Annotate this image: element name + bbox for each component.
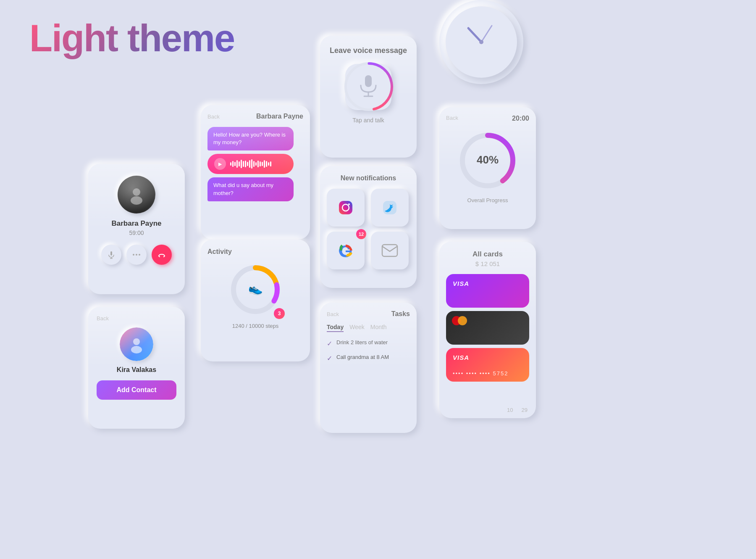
progress-header: Back 20:00	[446, 115, 529, 122]
visa-label-1: VISA	[453, 280, 469, 287]
svg-rect-21	[339, 201, 352, 214]
svg-point-28	[479, 40, 483, 44]
voice-title: Leave voice message	[330, 46, 407, 55]
task-check-2[interactable]: ✓	[327, 354, 332, 362]
chat-audio-message[interactable]: ▶	[207, 154, 294, 174]
tasks-card: Back Tasks Today Week Month ✓ Drink 2 li…	[320, 303, 417, 433]
tasks-title: Tasks	[391, 310, 410, 318]
svg-point-0	[133, 188, 140, 196]
audio-waveform	[230, 159, 287, 169]
voice-tap-talk: Tap and talk	[352, 117, 384, 124]
svg-text:40%: 40%	[477, 153, 499, 166]
progress-ring: 40%	[456, 129, 519, 192]
play-button[interactable]: ▶	[214, 158, 226, 170]
chat-header: Back Barbara Payne	[207, 113, 303, 120]
clock-face	[446, 6, 517, 78]
chat-contact-name: Barbara Payne	[256, 113, 303, 120]
svg-line-8	[159, 256, 160, 257]
svg-line-9	[164, 256, 165, 257]
credit-card-mastercard[interactable]	[446, 311, 529, 345]
all-cards-amount: $ 12 051	[446, 260, 529, 267]
visa-label-2: VISA	[453, 354, 469, 361]
voice-mic-container[interactable]	[345, 64, 391, 110]
svg-line-27	[481, 26, 492, 42]
all-cards-card: All cards $ 12 051 VISA VISA •••• •••• •…	[439, 242, 536, 418]
task-item-1: ✓ Drink 2 liters of water	[327, 339, 410, 348]
progress-card: Back 20:00 40% Overall Progress	[439, 107, 536, 229]
notification-twitter[interactable]	[371, 189, 409, 227]
contact-name: Kira Valakas	[117, 366, 156, 374]
contact-avatar-image	[120, 327, 153, 361]
tasks-back[interactable]: Back	[327, 311, 339, 317]
call-time: 59:00	[129, 229, 144, 236]
axis-value-1: 10	[507, 407, 513, 413]
tasks-header: Back Tasks	[327, 310, 410, 318]
svg-point-7	[139, 254, 140, 256]
chat-card: Back Barbara Payne Hello! How are you? W…	[201, 105, 310, 240]
progress-label: Overall Progress	[467, 197, 508, 203]
svg-rect-2	[110, 251, 112, 256]
call-card: Barbara Payne 59:00	[88, 164, 185, 294]
google-notification-badge: 12	[356, 229, 366, 239]
task-item-2: ✓ Call grandma at 8 AM	[327, 353, 410, 362]
chat-bubble-1: Hello! How are you? Where is my money?	[207, 127, 294, 150]
notifications-title: New notifications	[327, 174, 410, 182]
svg-point-23	[348, 203, 350, 205]
progress-time: 20:00	[512, 115, 529, 122]
call-buttons	[101, 245, 172, 265]
progress-back[interactable]: Back	[446, 115, 458, 122]
all-cards-title: All cards	[446, 250, 529, 258]
contact-avatar	[120, 327, 153, 361]
activity-title: Activity	[207, 248, 232, 256]
axis-value-2: 29	[522, 407, 528, 413]
activity-badge: 3	[274, 308, 285, 319]
credit-card-visa[interactable]: VISA	[446, 274, 529, 308]
notification-instagram[interactable]	[327, 189, 365, 227]
credit-card-visa-red[interactable]: VISA •••• •••• •••• 5752	[446, 348, 529, 382]
more-button[interactable]	[126, 245, 147, 265]
call-name: Barbara Payne	[111, 219, 161, 228]
tab-week[interactable]: Week	[349, 324, 365, 332]
notification-google[interactable]: 12	[327, 232, 365, 269]
svg-point-17	[344, 61, 394, 112]
add-contact-button[interactable]: Add Contact	[97, 380, 176, 400]
contact-card: Back Kira Valakas Add Contact	[88, 307, 185, 429]
task-text-2: Call grandma at 8 AM	[336, 353, 389, 361]
svg-point-11	[131, 346, 142, 353]
task-check-1[interactable]: ✓	[327, 340, 332, 348]
axis-numbers: 10 29	[507, 407, 528, 413]
page-title: Light theme	[29, 17, 234, 60]
svg-line-26	[468, 28, 481, 42]
card-number: •••• •••• •••• 5752	[453, 370, 508, 377]
activity-steps: 1240 / 10000 steps	[232, 323, 279, 329]
tab-month[interactable]: Month	[370, 324, 387, 332]
notifications-card: New notifications	[320, 166, 417, 288]
tasks-tabs: Today Week Month	[327, 324, 410, 332]
svg-text:👟: 👟	[248, 282, 263, 295]
chat-bubble-2: What did u say about my mother?	[207, 177, 294, 201]
mastercard-icon	[452, 316, 467, 325]
chat-back[interactable]: Back	[207, 113, 220, 120]
svg-point-5	[133, 254, 134, 256]
call-avatar	[118, 176, 155, 214]
task-text-1: Drink 2 liters of water	[336, 339, 388, 346]
svg-rect-25	[382, 245, 397, 256]
clock-card	[439, 0, 523, 84]
contact-back[interactable]: Back	[97, 315, 176, 322]
end-call-button[interactable]	[152, 245, 172, 265]
activity-card: Activity 👟 3 1240 / 10000 steps	[201, 240, 310, 361]
voice-card: Leave voice message Tap and talk	[320, 36, 417, 158]
tab-today[interactable]: Today	[327, 324, 344, 332]
svg-point-1	[131, 196, 142, 205]
notifications-grid: 12	[327, 189, 410, 269]
activity-ring: 👟 3	[228, 262, 283, 317]
notification-mail[interactable]	[371, 232, 409, 269]
svg-point-10	[133, 338, 140, 345]
svg-point-6	[136, 254, 137, 256]
mute-button[interactable]	[101, 245, 121, 265]
